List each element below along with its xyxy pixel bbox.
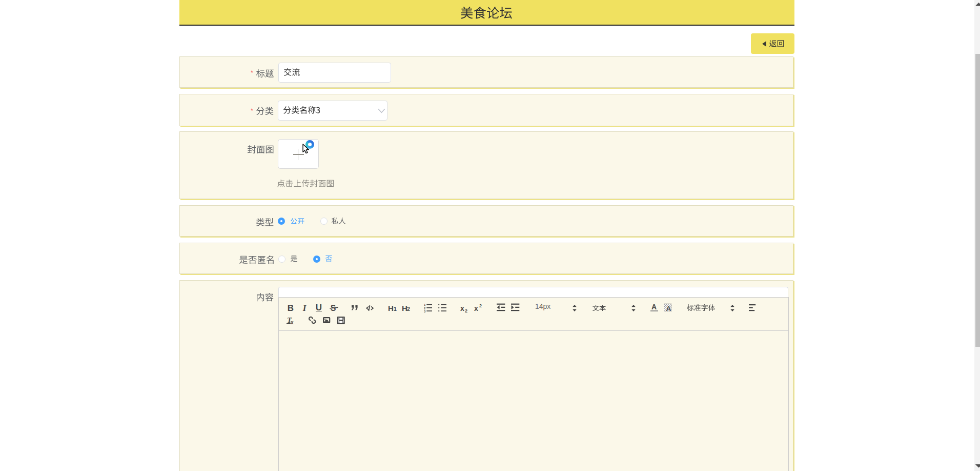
svg-text:B: B	[287, 303, 293, 313]
svg-text:H: H	[402, 304, 407, 312]
svg-text:x: x	[291, 320, 294, 325]
svg-text:A: A	[666, 305, 671, 312]
svg-text:1: 1	[424, 304, 426, 306]
svg-text:2: 2	[407, 306, 410, 312]
svg-text:H: H	[388, 304, 394, 312]
svg-text:A: A	[651, 303, 657, 311]
svg-text:2: 2	[465, 308, 467, 313]
svg-text:x: x	[474, 304, 478, 312]
svg-text:1: 1	[394, 306, 397, 312]
svg-text:2: 2	[479, 303, 482, 308]
svg-text:14px: 14px	[535, 302, 550, 310]
svg-text:x: x	[460, 304, 464, 312]
svg-text:2: 2	[424, 306, 425, 309]
svg-text:3: 3	[424, 309, 426, 312]
